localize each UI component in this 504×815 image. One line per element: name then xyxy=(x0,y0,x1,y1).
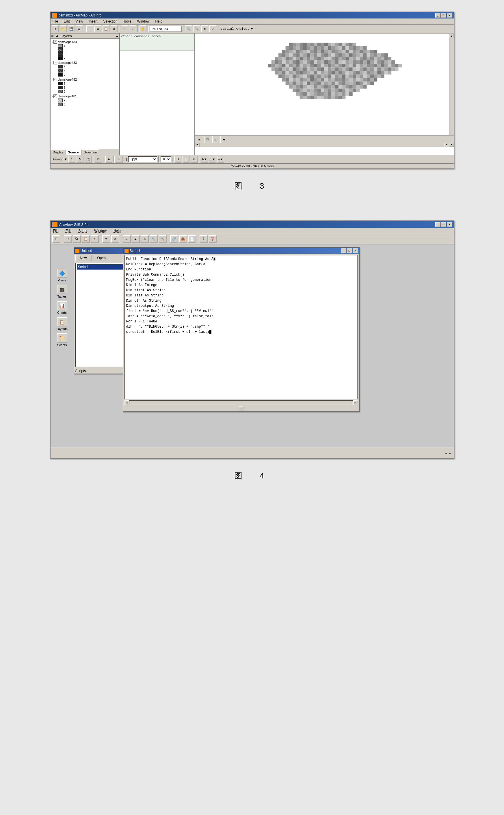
italic-button[interactable]: I xyxy=(183,156,189,163)
script1-minimize[interactable]: _ xyxy=(341,248,346,253)
av-menu-help[interactable]: Help xyxy=(113,229,122,233)
av-prev-button[interactable]: « xyxy=(102,235,110,243)
av-run-button[interactable]: ▶ xyxy=(132,235,140,243)
delete-button[interactable]: ✕ xyxy=(111,25,118,32)
map-tool-3[interactable]: ↺ xyxy=(212,136,219,143)
av-minimize-button[interactable]: _ xyxy=(435,222,440,227)
map-tool-4[interactable]: ◀ xyxy=(220,136,227,143)
layer-expand-483[interactable]: - xyxy=(52,61,53,64)
av-menu-window[interactable]: Window xyxy=(93,229,107,233)
menu-help[interactable]: Help xyxy=(154,19,163,24)
hscroll-left-button[interactable]: ◀ xyxy=(124,400,129,405)
scale-input[interactable] xyxy=(150,26,182,32)
layer-checkbox-483[interactable] xyxy=(53,61,57,64)
menu-selection[interactable]: Selection xyxy=(102,19,118,24)
save-button[interactable]: 💾 xyxy=(68,25,75,32)
av-close-button[interactable]: ✕ xyxy=(447,222,452,227)
help-button[interactable]: ? xyxy=(209,25,216,32)
av-link-button[interactable]: 🔗 xyxy=(170,235,178,243)
menu-file[interactable]: File xyxy=(52,19,59,24)
av-tools-button[interactable]: 🔨 xyxy=(159,235,167,243)
av-properties-button[interactable]: 📄 xyxy=(188,235,196,243)
map-tool-2[interactable]: □ xyxy=(204,136,211,143)
vscroll-down-btn[interactable]: ▼ xyxy=(239,406,243,411)
av-help-button[interactable]: ? xyxy=(200,235,208,243)
menu-insert[interactable]: Insert xyxy=(88,19,98,24)
font-select[interactable]: 宋体 xyxy=(128,156,157,162)
maximize-button[interactable]: □ xyxy=(441,13,446,18)
bold-button[interactable]: B xyxy=(174,156,181,163)
cursor-button[interactable]: ↖ xyxy=(68,156,75,163)
spatial-analyst-button[interactable]: Spatial Analyst ▼ xyxy=(219,27,255,31)
sidebar-item-tables[interactable]: ▦ Tables xyxy=(53,284,71,299)
pan-button[interactable]: ✋ xyxy=(140,25,146,32)
sidebar-item-scripts[interactable]: 📜 Scripts xyxy=(53,332,71,348)
av-next-button[interactable]: » xyxy=(111,235,119,243)
map-tool-1[interactable]: ⊙ xyxy=(196,136,203,143)
minimize-button[interactable]: _ xyxy=(435,13,440,18)
cut-button[interactable]: ✂ xyxy=(86,25,93,32)
map-canvas[interactable]: ▲ ▼ ◀ ▶ ⊙ □ ↺ ◀ xyxy=(195,34,454,155)
menu-edit[interactable]: Edit xyxy=(63,19,71,24)
av-help2-button[interactable]: ❓ xyxy=(209,235,217,243)
spline-button[interactable]: ∿ xyxy=(116,156,123,163)
tab-display[interactable]: Display xyxy=(51,149,66,155)
new-map-button[interactable]: 🗋 xyxy=(52,25,59,32)
layer-checkbox-484[interactable] xyxy=(53,40,57,44)
script1-maximize[interactable]: □ xyxy=(347,248,352,253)
new-button[interactable]: New xyxy=(75,255,92,261)
command-area[interactable]: <Enter commands here> xyxy=(120,34,194,51)
layer-checkbox-481[interactable] xyxy=(53,94,57,98)
undo-button[interactable]: ↶ xyxy=(121,25,128,32)
sidebar-item-layouts[interactable]: 📋 Layouts xyxy=(53,316,71,332)
layer-button[interactable]: ⊞ xyxy=(201,25,208,32)
av-menu-edit[interactable]: Edit xyxy=(65,229,72,233)
scroll-up-button[interactable]: ▲ xyxy=(449,34,454,38)
menu-window[interactable]: Window xyxy=(136,19,150,24)
size-select[interactable]: 10 xyxy=(161,156,171,162)
av-check-button[interactable]: ✓ xyxy=(123,235,131,243)
tab-source[interactable]: Source xyxy=(66,149,81,155)
av-export-button[interactable]: 📤 xyxy=(179,235,187,243)
av-maximize-button[interactable]: □ xyxy=(441,222,446,227)
av-new-button[interactable]: 🗋 xyxy=(52,235,60,243)
layer-checkbox-482[interactable] xyxy=(53,78,57,81)
av-debug-button[interactable]: 🔧 xyxy=(150,235,158,243)
line-button[interactable]: ━▼ xyxy=(217,156,224,163)
underline-button[interactable]: U xyxy=(191,156,198,163)
av-copy-button[interactable]: ⧉ xyxy=(73,235,81,243)
rotate-button[interactable]: ↻ xyxy=(77,156,83,163)
open-button[interactable]: Open xyxy=(93,255,110,261)
hscroll-right-button[interactable]: ▶ xyxy=(353,400,358,405)
select-element-button[interactable]: ⬚ xyxy=(85,156,92,163)
av-cut-button[interactable]: ✂ xyxy=(64,235,72,243)
rectangle-button[interactable]: □ xyxy=(95,156,102,163)
av-undo-button[interactable]: ↶ xyxy=(91,235,99,243)
script1-close[interactable]: ✕ xyxy=(353,248,358,253)
text-button[interactable]: A xyxy=(105,156,112,163)
layer-expand-481[interactable]: - xyxy=(52,94,53,98)
redo-button[interactable]: ↷ xyxy=(129,25,136,32)
script1-scroll-down[interactable]: ▼ xyxy=(123,406,359,411)
av-compile-button[interactable]: ⚙ xyxy=(141,235,149,243)
sidebar-item-charts[interactable]: 📊 Charts xyxy=(53,300,71,315)
print-button[interactable]: 🖨 xyxy=(76,25,83,32)
av-menu-script[interactable]: Script xyxy=(78,229,88,233)
close-button[interactable]: ✕ xyxy=(447,13,452,18)
drawing-dropdown[interactable]: Drawing ▼ xyxy=(52,157,67,161)
zoom-out-button[interactable]: 🔍 xyxy=(193,25,200,32)
copy-button[interactable]: ⧉ xyxy=(94,25,101,32)
tab-selection[interactable]: Selection xyxy=(81,149,99,155)
menu-view[interactable]: View xyxy=(75,19,84,24)
font-color-button[interactable]: A▼ xyxy=(201,156,208,163)
av-menu-file[interactable]: File xyxy=(52,229,59,233)
layer-expand-484[interactable]: - xyxy=(52,40,53,44)
fill-button[interactable]: ◇▼ xyxy=(209,156,216,163)
zoom-in-button[interactable]: 🔍 xyxy=(185,25,192,32)
hscroll-track[interactable] xyxy=(129,400,353,405)
av-paste-button[interactable]: 📋 xyxy=(82,235,90,243)
toc-scroll-up[interactable]: ▲ xyxy=(116,34,118,38)
menu-tools[interactable]: Tools xyxy=(122,19,132,24)
script1-body[interactable]: Public Function DelBlank(SearchString As… xyxy=(124,255,358,399)
open-button[interactable]: 📂 xyxy=(60,25,67,32)
